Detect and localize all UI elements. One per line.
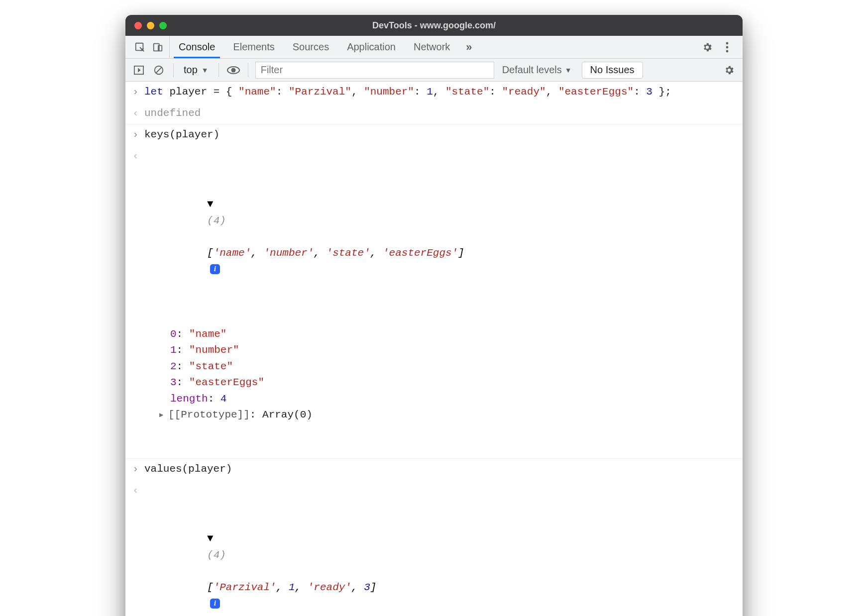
output-marker-icon: ‹ xyxy=(132,148,144,165)
titlebar: DevTools - www.google.com/ xyxy=(125,15,743,36)
devtools-window: DevTools - www.google.com/ Console Eleme… xyxy=(125,15,743,616)
info-icon[interactable]: i xyxy=(210,599,220,609)
traffic-lights xyxy=(134,22,167,29)
maximize-window-button[interactable] xyxy=(159,22,167,29)
console-settings-icon[interactable] xyxy=(722,63,737,78)
close-window-button[interactable] xyxy=(134,22,142,29)
console-code: let player = { "name": "Parzival", "numb… xyxy=(144,84,738,101)
tab-console[interactable]: Console xyxy=(170,36,224,58)
result-value: undefined xyxy=(144,105,738,122)
output-marker-icon: ‹ xyxy=(132,483,144,499)
tab-application[interactable]: Application xyxy=(338,36,405,58)
toggle-sidebar-icon[interactable] xyxy=(131,63,146,78)
expand-toggle-icon[interactable] xyxy=(159,410,168,421)
panel-tabs: Console Elements Sources Application Net… xyxy=(170,36,459,58)
kebab-menu-icon[interactable] xyxy=(720,40,735,55)
filter-input[interactable] xyxy=(255,62,494,79)
info-icon[interactable]: i xyxy=(210,264,220,274)
console-code: values(player) xyxy=(144,461,738,478)
array-length-prop: length: 4 xyxy=(170,391,738,408)
tab-network[interactable]: Network xyxy=(405,36,459,58)
console-result-row: ‹ undefined xyxy=(125,103,743,125)
array-length: (4) xyxy=(207,549,226,561)
tabs-overflow-button[interactable]: » xyxy=(459,36,480,58)
svg-line-8 xyxy=(156,67,162,73)
console-toolbar: top ▼ Default levels ▼ No Issues xyxy=(125,59,743,82)
log-levels-selector[interactable]: Default levels ▼ xyxy=(502,64,572,76)
array-summary[interactable]: (4) ['Parzival', 1, 'ready', 3] i xyxy=(144,515,738,616)
live-expression-icon[interactable] xyxy=(226,63,241,78)
window-title: DevTools - www.google.com/ xyxy=(372,20,496,31)
svg-point-3 xyxy=(726,42,729,44)
array-summary[interactable]: (4) ['name', 'number', 'state', 'easterE… xyxy=(144,181,738,294)
prototype-row[interactable]: [[Prototype]]: Array(0) xyxy=(159,407,738,423)
minimize-window-button[interactable] xyxy=(147,22,154,29)
console-code: keys(player) xyxy=(144,127,738,143)
console-input-row[interactable]: › keys(player) xyxy=(125,124,743,146)
context-selector[interactable]: top ▼ xyxy=(181,64,212,76)
array-item: 1: "number" xyxy=(170,342,738,359)
console-result-row: ‹ (4) ['name', 'number', 'state', 'easte… xyxy=(125,146,743,459)
svg-point-4 xyxy=(726,46,729,48)
console-output: › let player = { "name": "Parzival", "nu… xyxy=(125,82,743,616)
tab-label: Console xyxy=(179,41,215,53)
tab-elements[interactable]: Elements xyxy=(224,36,283,58)
array-item: 0: "name" xyxy=(170,326,738,343)
expand-toggle-icon[interactable] xyxy=(207,199,214,210)
result-value: (4) ['name', 'number', 'state', 'easterE… xyxy=(144,148,738,456)
clear-console-icon[interactable] xyxy=(151,63,166,78)
chevron-down-icon: ▼ xyxy=(202,66,209,74)
array-item: 2: "state" xyxy=(170,359,738,375)
input-marker-icon: › xyxy=(132,84,144,101)
settings-icon[interactable] xyxy=(700,40,715,55)
svg-point-10 xyxy=(231,68,235,72)
array-item: 3: "easterEggs" xyxy=(170,375,738,391)
array-preview: ['name', 'number', 'state', 'easterEggs'… xyxy=(207,247,464,259)
tab-sources[interactable]: Sources xyxy=(284,36,338,58)
console-input-row[interactable]: › let player = { "name": "Parzival", "nu… xyxy=(125,82,743,103)
tab-label: Application xyxy=(347,41,396,53)
array-preview: ['Parzival', 1, 'ready', 3] xyxy=(207,582,376,593)
tab-label: Sources xyxy=(293,41,329,53)
issues-button[interactable]: No Issues xyxy=(582,62,643,79)
tab-label: Network xyxy=(414,41,450,53)
svg-point-5 xyxy=(726,50,729,52)
tabs-bar: Console Elements Sources Application Net… xyxy=(125,36,743,59)
log-levels-label: Default levels xyxy=(502,64,562,76)
input-marker-icon: › xyxy=(132,127,144,143)
result-value: (4) ['Parzival', 1, 'ready', 3] i 0: "Pa… xyxy=(144,483,738,616)
chevron-down-icon: ▼ xyxy=(565,66,572,74)
array-length: (4) xyxy=(207,215,226,226)
expand-toggle-icon[interactable] xyxy=(207,533,214,544)
device-toolbar-icon[interactable] xyxy=(150,40,165,55)
context-label: top xyxy=(184,64,198,76)
inspect-element-icon[interactable] xyxy=(132,40,147,55)
output-marker-icon: ‹ xyxy=(132,105,144,122)
tab-label: Elements xyxy=(233,41,274,53)
inspect-tools xyxy=(128,36,170,58)
console-input-row[interactable]: › values(player) xyxy=(125,459,743,480)
input-marker-icon: › xyxy=(132,461,144,478)
console-result-row: ‹ (4) ['Parzival', 1, 'ready', 3] i 0: "… xyxy=(125,480,743,616)
